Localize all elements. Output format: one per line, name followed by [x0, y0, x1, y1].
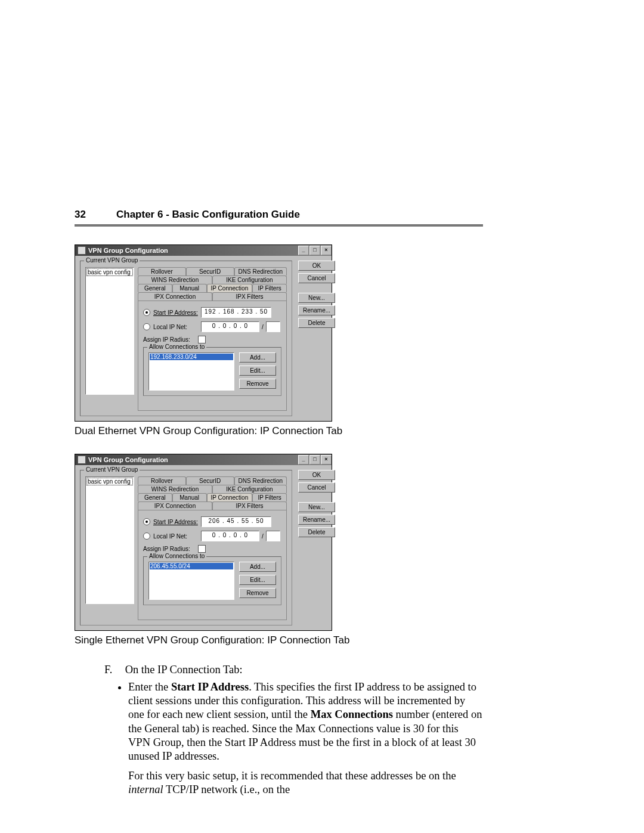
- vpn-group-item[interactable]: basic vpn config: [86, 478, 133, 485]
- tab-rollover[interactable]: Rollover: [138, 267, 186, 275]
- tab-panel: Start IP Address: 192 . 168 . 233 . 50 L…: [138, 301, 287, 411]
- radio-start-ip[interactable]: [143, 309, 150, 316]
- intro-text: On the IP Connection Tab:: [125, 664, 243, 676]
- current-vpn-group-box: Current VPN Group basic vpn config Rollo…: [80, 470, 292, 625]
- minimize-button[interactable]: _: [298, 246, 309, 255]
- new-button[interactable]: New...: [298, 502, 335, 512]
- tab-ip-filters[interactable]: IP Filters: [252, 284, 287, 292]
- tab-general[interactable]: General: [138, 284, 172, 292]
- minimize-button[interactable]: _: [298, 455, 309, 465]
- tab-dns-redirection[interactable]: DNS Redirection: [234, 476, 287, 485]
- tab-ip-connection[interactable]: IP Connection: [207, 284, 253, 292]
- chapter-title: Chapter 6 - Basic Configuration Guide: [116, 209, 300, 221]
- tab-ike-configuration[interactable]: IKE Configuration: [212, 485, 287, 493]
- allow-connections-label: Allow Connections to: [147, 553, 206, 559]
- edit-button[interactable]: Edit...: [239, 575, 276, 585]
- tab-manual[interactable]: Manual: [172, 493, 207, 501]
- allow-item[interactable]: 192.168.233.0/24: [150, 354, 233, 360]
- new-button[interactable]: New...: [298, 293, 335, 303]
- groupbox-label: Current VPN Group: [84, 466, 140, 473]
- remove-button[interactable]: Remove: [239, 588, 276, 598]
- local-net-label: Local IP Net:: [153, 533, 201, 540]
- tab-ipx-filters[interactable]: IPX Filters: [212, 501, 287, 510]
- page-header: 32 Chapter 6 - Basic Configuration Guide: [75, 209, 483, 221]
- groupbox-label: Current VPN Group: [84, 257, 140, 264]
- bullet-item: Enter the Start IP Address. This specifi…: [128, 680, 483, 797]
- cancel-button[interactable]: Cancel: [298, 273, 335, 283]
- allow-connections-box: Allow Connections to 192.168.233.0/24 Ad…: [143, 347, 281, 396]
- slash-label: /: [262, 324, 264, 330]
- local-net-input[interactable]: 0 . 0 . 0 . 0: [201, 321, 259, 332]
- allow-connections-list[interactable]: 192.168.233.0/24: [148, 352, 234, 391]
- tab-securid[interactable]: SecurID: [186, 476, 234, 485]
- add-button[interactable]: Add...: [239, 352, 276, 363]
- tab-wins-redirection[interactable]: WINS Redirection: [138, 275, 212, 284]
- maximize-button[interactable]: □: [309, 455, 320, 465]
- add-button[interactable]: Add...: [239, 562, 276, 572]
- tab-ipx-connection[interactable]: IPX Connection: [138, 501, 212, 510]
- header-rule: [75, 224, 483, 227]
- screenshot-dual-ethernet: VPN Group Configuration _ □ × Current VP…: [75, 244, 332, 422]
- start-ip-label: Start IP Address:: [153, 309, 201, 316]
- assign-radius-label: Assign IP Radius:: [143, 546, 198, 552]
- local-net-input[interactable]: 0 . 0 . 0 . 0: [201, 531, 259, 541]
- radio-start-ip[interactable]: [143, 518, 150, 525]
- caption-2: Single Ethernet VPN Group Configuration:…: [75, 634, 483, 646]
- current-vpn-group-box: Current VPN Group basic vpn config Rollo…: [80, 261, 292, 416]
- tab-panel: Start IP Address: 206 . 45 . 55 . 50 Loc…: [138, 510, 287, 620]
- rename-button[interactable]: Rename...: [298, 515, 335, 525]
- tab-ipx-filters[interactable]: IPX Filters: [212, 292, 287, 301]
- tab-ike-configuration[interactable]: IKE Configuration: [212, 275, 287, 284]
- cancel-button[interactable]: Cancel: [298, 482, 335, 493]
- start-ip-input[interactable]: 192 . 168 . 233 . 50: [201, 307, 271, 318]
- allow-connections-label: Allow Connections to: [147, 343, 206, 350]
- tab-securid[interactable]: SecurID: [186, 267, 234, 275]
- close-button[interactable]: ×: [321, 455, 332, 465]
- maximize-button[interactable]: □: [309, 246, 320, 255]
- tab-general[interactable]: General: [138, 493, 172, 501]
- ok-button[interactable]: OK: [298, 470, 335, 480]
- start-ip-input[interactable]: 206 . 45 . 55 . 50: [201, 516, 271, 527]
- tab-dns-redirection[interactable]: DNS Redirection: [234, 267, 287, 275]
- screenshot-single-ethernet: VPN Group Configuration _ □ × Current VP…: [75, 454, 332, 631]
- edit-button[interactable]: Edit...: [239, 366, 276, 376]
- tab-rollover[interactable]: Rollover: [138, 476, 186, 485]
- tab-wins-redirection[interactable]: WINS Redirection: [138, 485, 212, 493]
- radio-local-net[interactable]: [143, 323, 150, 330]
- window-titlebar: VPN Group Configuration _ □ ×: [75, 454, 332, 465]
- close-button[interactable]: ×: [321, 246, 332, 255]
- slash-label: /: [262, 533, 264, 540]
- assign-radius-label: Assign IP Radius:: [143, 336, 198, 343]
- assign-radius-checkbox[interactable]: [198, 545, 206, 553]
- local-net-label: Local IP Net:: [153, 324, 201, 330]
- allow-item[interactable]: 206.45.55.0/24: [150, 563, 233, 569]
- remove-button[interactable]: Remove: [239, 379, 276, 389]
- allow-connections-box: Allow Connections to 206.45.55.0/24 Add.…: [143, 556, 281, 605]
- rename-button[interactable]: Rename...: [298, 305, 335, 315]
- radio-local-net[interactable]: [143, 532, 150, 540]
- tab-ipx-connection[interactable]: IPX Connection: [138, 292, 212, 301]
- window-title: VPN Group Configuration: [88, 247, 168, 254]
- start-ip-label: Start IP Address:: [153, 519, 201, 525]
- tab-ip-filters[interactable]: IP Filters: [252, 493, 287, 501]
- ok-button[interactable]: OK: [298, 261, 335, 271]
- vpn-group-item[interactable]: basic vpn config: [86, 268, 133, 276]
- delete-button[interactable]: Delete: [298, 318, 335, 328]
- allow-connections-list[interactable]: 206.45.55.0/24: [148, 562, 234, 600]
- window-title: VPN Group Configuration: [88, 456, 168, 463]
- body-text: F. On the IP Connection Tab: Enter the S…: [104, 663, 483, 797]
- net-mask-input[interactable]: [266, 321, 280, 332]
- window-titlebar: VPN Group Configuration _ □ ×: [75, 245, 332, 256]
- assign-radius-checkbox[interactable]: [198, 336, 206, 343]
- delete-button[interactable]: Delete: [298, 527, 335, 537]
- app-icon: [78, 456, 86, 464]
- page-number: 32: [75, 209, 116, 221]
- tab-ip-connection[interactable]: IP Connection: [207, 493, 253, 501]
- net-mask-input[interactable]: [266, 531, 280, 541]
- list-letter: F.: [104, 663, 122, 677]
- vpn-group-list[interactable]: basic vpn config: [85, 267, 134, 395]
- app-icon: [78, 246, 86, 255]
- tab-manual[interactable]: Manual: [172, 284, 207, 292]
- caption-1: Dual Ethernet VPN Group Configuration: I…: [75, 425, 483, 437]
- vpn-group-list[interactable]: basic vpn config: [85, 476, 134, 604]
